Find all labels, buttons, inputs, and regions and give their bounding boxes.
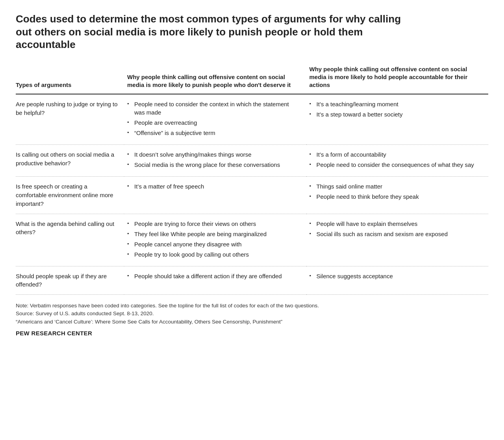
col3-header: Why people think calling out offensive c…	[306, 62, 489, 94]
table-row: What is the agenda behind calling out ot…	[16, 214, 488, 266]
table-row: Are people rushing to judge or trying to…	[16, 94, 488, 145]
list-item: It’s a teaching/learning moment	[309, 100, 483, 108]
punish-cell: People are trying to force their views o…	[124, 214, 306, 266]
table-row: Is free speech or creating a comfortable…	[16, 177, 488, 214]
punish-cell: People need to consider the context in w…	[124, 94, 306, 145]
list-item: It’s a matter of free speech	[127, 182, 301, 190]
page-title: Codes used to determine the most common …	[16, 13, 402, 51]
list-item: “Offensive” is a subjective term	[127, 129, 301, 137]
list-item: It’s a form of accountability	[309, 150, 483, 159]
col1-header: Types of arguments	[16, 62, 124, 94]
list-item: People are overreacting	[127, 118, 301, 127]
argument-type: Are people rushing to judge or trying to…	[16, 94, 124, 145]
list-item: Social media is the wrong place for thes…	[127, 161, 301, 169]
table-row: Is calling out others on social media a …	[16, 145, 488, 177]
accountable-cell: It’s a teaching/learning momentIt’s a st…	[306, 94, 489, 145]
argument-type: Should people speak up if they are offen…	[16, 266, 124, 295]
note-section: Note: Verbatim responses have been coded…	[16, 302, 488, 326]
punish-cell: It doesn’t solve anything/makes things w…	[124, 145, 306, 177]
list-item: Social ills such as racism and sexism ar…	[309, 230, 483, 238]
list-item: It doesn’t solve anything/makes things w…	[127, 150, 301, 159]
list-item: People need to consider the consequences…	[309, 161, 483, 169]
col2-header: Why people think calling out offensive c…	[124, 62, 306, 94]
main-table: Types of arguments Why people think call…	[16, 62, 488, 295]
list-item: They feel like White people are being ma…	[127, 230, 301, 238]
list-item: People are trying to force their views o…	[127, 220, 301, 228]
accountable-cell: It’s a form of accountabilityPeople need…	[306, 145, 489, 177]
list-item: People need to consider the context in w…	[127, 100, 301, 116]
list-item: Silence suggests acceptance	[309, 272, 483, 280]
list-item: People need to think before they speak	[309, 192, 483, 201]
punish-cell: It’s a matter of free speech	[124, 177, 306, 214]
list-item: People try to look good by calling out o…	[127, 250, 301, 259]
argument-type: Is free speech or creating a comfortable…	[16, 177, 124, 214]
list-item: It’s a step toward a better society	[309, 110, 483, 118]
argument-type: What is the agenda behind calling out ot…	[16, 214, 124, 266]
punish-cell: People should take a different action if…	[124, 266, 306, 295]
argument-type: Is calling out others on social media a …	[16, 145, 124, 177]
note-line2: Source: Survey of U.S. adults conducted …	[16, 311, 154, 316]
list-item: People should take a different action if…	[127, 272, 301, 280]
accountable-cell: Things said online matterPeople need to …	[306, 177, 489, 214]
accountable-cell: Silence suggests acceptance	[306, 266, 489, 295]
pew-logo: PEW RESEARCH CENTER	[16, 330, 488, 336]
note-line3: “Americans and ‘Cancel Culture’: Where S…	[16, 319, 282, 325]
list-item: People cancel anyone they disagree with	[127, 240, 301, 248]
list-item: Things said online matter	[309, 182, 483, 190]
list-item: People will have to explain themselves	[309, 220, 483, 228]
note-line1: Note: Verbatim responses have been coded…	[16, 303, 319, 309]
table-row: Should people speak up if they are offen…	[16, 266, 488, 295]
accountable-cell: People will have to explain themselvesSo…	[306, 214, 489, 266]
